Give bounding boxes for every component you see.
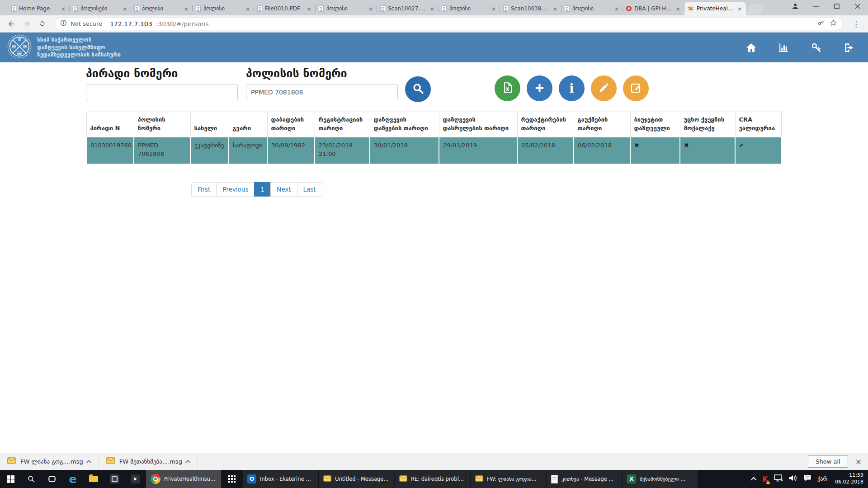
- outlook-icon: O: [247, 474, 256, 483]
- cell-personal-n[interactable]: 01030019760: [86, 137, 134, 164]
- address-bar[interactable]: Not secure 172.17.7.103 :3030/#/persons: [54, 18, 843, 30]
- tray-chevron-up-icon[interactable]: [751, 477, 757, 483]
- app-icon-generic[interactable]: [104, 470, 125, 488]
- taskbar-clock[interactable]: 11:59 06.02.2018: [835, 472, 863, 486]
- start-button[interactable]: [0, 470, 21, 488]
- cell-birth-date[interactable]: 30/09/1982: [267, 137, 315, 164]
- media-player-icon[interactable]: [125, 470, 146, 488]
- cell-insurance-end-date[interactable]: 29/01/2019: [439, 137, 517, 164]
- tab-polisi-5[interactable]: პოლისი ×: [561, 2, 623, 15]
- add-button[interactable]: +: [527, 75, 552, 101]
- tab-scan10038[interactable]: Scan10038.JPG ×: [500, 2, 561, 15]
- cell-cra-valid-check-icon[interactable]: ✔: [735, 137, 781, 164]
- tab-close-icon[interactable]: ×: [183, 5, 189, 12]
- tab-scan10027[interactable]: Scan10027.JPG ×: [377, 2, 439, 15]
- cell-cancel-date[interactable]: 06/02/2018: [574, 137, 630, 164]
- file-explorer-icon[interactable]: [83, 470, 104, 488]
- maximize-button[interactable]: [826, 0, 847, 13]
- download-item-2[interactable]: FW შეთანხმება....msg: [99, 453, 198, 470]
- tab-polisi-1[interactable]: პოლისი ×: [131, 2, 193, 15]
- tab-close-icon[interactable]: ×: [736, 5, 743, 12]
- taskbar-search-icon[interactable]: [21, 470, 42, 488]
- tab-close-icon[interactable]: ×: [429, 5, 435, 12]
- tab-close-icon[interactable]: ×: [60, 5, 66, 12]
- edit-button[interactable]: [591, 75, 617, 101]
- key-icon[interactable]: [810, 42, 822, 53]
- taskbar-message-4[interactable]: კითხვა - Message ...: [547, 470, 622, 488]
- close-window-button[interactable]: [847, 0, 868, 13]
- download-item-1[interactable]: FW ლიანა გოგ....msg: [0, 453, 99, 470]
- back-icon[interactable]: [5, 17, 18, 31]
- cell-policy-number[interactable]: PPMED 7081808: [134, 137, 190, 164]
- tab-close-icon[interactable]: ×: [613, 5, 620, 12]
- forward-icon[interactable]: [20, 17, 33, 31]
- pagination-next[interactable]: Next: [270, 182, 297, 197]
- show-all-button[interactable]: Show all: [808, 455, 848, 468]
- table-row-selected[interactable]: 01030019760 PPMED 7081808 ეკატერინე სარა…: [86, 137, 781, 164]
- taskbar-excel-app[interactable]: X შესამოწმებელი ...: [623, 470, 698, 488]
- tab-polisi-3[interactable]: პოლისი ×: [316, 2, 377, 15]
- pagination-previous[interactable]: Previous: [216, 182, 255, 197]
- tab-polisi-2[interactable]: პოლისი ×: [193, 2, 254, 15]
- new-tab-button[interactable]: [746, 5, 764, 14]
- volume-icon[interactable]: [789, 474, 797, 483]
- cell-last-name[interactable]: სარადოვი: [229, 137, 267, 164]
- bar-chart-icon[interactable]: [778, 42, 789, 53]
- personal-number-input[interactable]: [86, 84, 238, 100]
- cell-registration-date[interactable]: 23/01/2018 21:00: [315, 137, 370, 164]
- refresh-icon[interactable]: [35, 17, 49, 31]
- tab-close-icon[interactable]: ×: [552, 5, 558, 12]
- url-host: 172.17.7.103: [110, 20, 152, 28]
- tab-close-icon[interactable]: ×: [675, 5, 681, 12]
- taskbar-message-1[interactable]: Untitled - Message ...: [319, 470, 394, 488]
- notifications-icon[interactable]: [803, 474, 811, 483]
- edge-icon[interactable]: e: [62, 470, 83, 488]
- keyboard-language-indicator[interactable]: ქარ: [817, 476, 827, 482]
- tab-home-page[interactable]: Home Page ×: [8, 2, 70, 15]
- saved-password-key-icon[interactable]: [817, 19, 825, 28]
- tab-title: PrivateHealthIn: [697, 5, 734, 12]
- taskbar-message-3[interactable]: FW: ლიანა გოგია...: [471, 470, 546, 488]
- envelope-icon: [399, 475, 407, 483]
- tab-close-icon[interactable]: ×: [122, 5, 128, 12]
- tab-private-health-active[interactable]: PrivateHealthIn ×: [684, 2, 746, 15]
- edit-form-button[interactable]: [623, 75, 649, 101]
- apps-grid-icon[interactable]: [222, 470, 242, 488]
- taskbar-chrome-app[interactable]: PrivateHealthInsura...: [146, 470, 221, 488]
- home-icon[interactable]: [745, 42, 757, 53]
- pagination-first[interactable]: First: [191, 182, 217, 197]
- close-downloads-icon[interactable]: ×: [855, 457, 862, 466]
- tab-close-icon[interactable]: ×: [491, 5, 497, 12]
- pagination-last[interactable]: Last: [297, 182, 322, 197]
- policy-number-input[interactable]: [246, 84, 398, 100]
- sign-out-icon[interactable]: [843, 42, 854, 53]
- info-button[interactable]: i: [559, 75, 585, 101]
- taskbar-outlook-app[interactable]: O Inbox - Ekaterine O...: [243, 470, 318, 488]
- cell-first-name[interactable]: ეკატერინე: [190, 137, 229, 164]
- kaspersky-icon[interactable]: K: [762, 475, 768, 483]
- info-icon[interactable]: [60, 19, 67, 28]
- tab-close-icon[interactable]: ×: [368, 5, 374, 12]
- tab-file0010-pdf[interactable]: File0010.PDF ×: [254, 2, 316, 15]
- cell-insurance-start-date[interactable]: 30/01/2018: [370, 137, 439, 164]
- pagination-page-1[interactable]: 1: [254, 182, 271, 197]
- taskbar-message-2[interactable]: RE: daireqtis proble...: [395, 470, 470, 488]
- profile-icon[interactable]: [785, 0, 806, 13]
- browser-menu-icon[interactable]: ⋮: [849, 19, 863, 28]
- export-excel-button[interactable]: [495, 75, 520, 101]
- search-button[interactable]: [405, 76, 431, 102]
- cell-foreign-citizen-cross-icon[interactable]: ✖: [680, 137, 735, 164]
- task-view-icon[interactable]: [42, 470, 62, 488]
- chevron-up-icon[interactable]: [86, 460, 91, 465]
- tab-dba-gpi[interactable]: DBA | GPI Hold ×: [623, 2, 684, 15]
- minimize-button[interactable]: [806, 0, 826, 13]
- tab-close-icon[interactable]: ×: [245, 5, 251, 12]
- network-icon[interactable]: [774, 474, 783, 483]
- cell-budget-insured-cross-icon[interactable]: ✖: [630, 137, 680, 164]
- bookmark-star-icon[interactable]: [830, 19, 837, 28]
- chevron-up-icon[interactable]: [185, 460, 190, 465]
- tab-polisi-4[interactable]: პოლისი ×: [439, 2, 500, 15]
- tab-close-icon[interactable]: ×: [306, 5, 312, 12]
- tab-polisebi[interactable]: პოლისები ×: [70, 2, 131, 15]
- cell-edit-date[interactable]: 05/02/2018: [517, 137, 574, 164]
